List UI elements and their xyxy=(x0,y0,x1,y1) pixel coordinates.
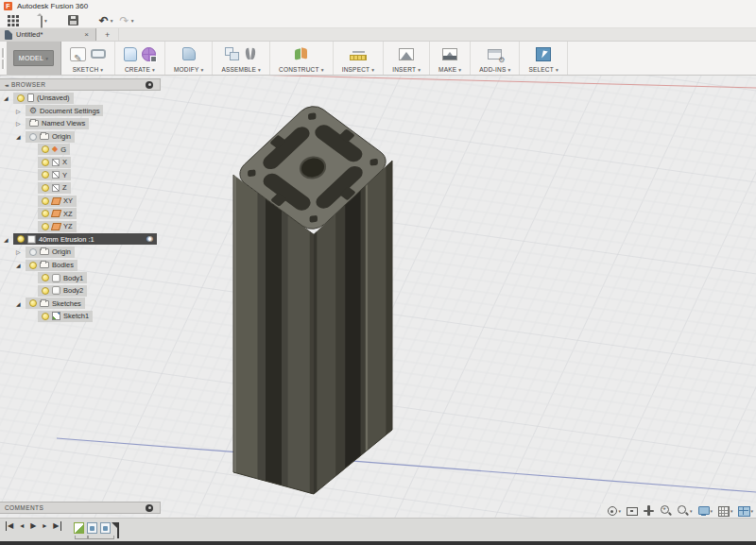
expander-icon[interactable] xyxy=(16,248,26,255)
visibility-bulb-icon[interactable] xyxy=(42,171,49,179)
save-button[interactable] xyxy=(68,15,78,26)
new-tab-button[interactable]: + xyxy=(96,28,119,41)
row-pill[interactable]: X xyxy=(38,157,71,168)
browser-row[interactable]: Origin xyxy=(0,130,161,144)
pan-button[interactable] xyxy=(643,504,655,517)
make-menu[interactable]: MAKE xyxy=(438,66,461,73)
create-box-icon[interactable] xyxy=(124,47,137,61)
joint-icon[interactable] xyxy=(244,47,257,60)
row-pill[interactable]: Z xyxy=(38,182,71,194)
create-form-icon[interactable] xyxy=(142,47,156,61)
expander-icon[interactable] xyxy=(16,133,26,140)
toolbar-grip[interactable] xyxy=(0,42,7,75)
browser-row[interactable]: Body1 xyxy=(0,271,161,284)
browser-row[interactable]: G xyxy=(0,143,161,156)
look-at-button[interactable] xyxy=(626,504,638,517)
expander-icon[interactable] xyxy=(4,236,13,243)
construct-menu[interactable]: CONSTRUCT xyxy=(279,66,324,73)
collapse-panel-icon[interactable]: ◂◂ xyxy=(5,82,8,88)
extrusion-model[interactable] xyxy=(233,101,392,494)
browser-panel-header[interactable]: ◂◂ BROWSER xyxy=(0,78,161,91)
zoom-button[interactable]: + xyxy=(660,504,672,517)
browser-row[interactable]: Z xyxy=(0,181,161,195)
new-component-icon[interactable] xyxy=(225,47,233,56)
visibility-bulb-icon[interactable] xyxy=(29,133,37,141)
comments-options-icon[interactable] xyxy=(146,504,153,512)
browser-row[interactable]: X xyxy=(0,156,161,169)
play-button[interactable] xyxy=(30,521,36,531)
timeline-playhead[interactable] xyxy=(117,522,119,538)
row-pill[interactable]: G xyxy=(38,144,70,155)
browser-row[interactable]: Sketch1 xyxy=(0,310,161,323)
row-pill[interactable]: Bodies xyxy=(26,260,77,271)
fit-button[interactable]: ▾ xyxy=(677,504,693,517)
row-pill[interactable]: Origin xyxy=(26,247,75,258)
create-menu[interactable]: CREATE xyxy=(125,66,155,73)
insert-image-icon[interactable] xyxy=(399,48,414,60)
visibility-bulb-icon[interactable] xyxy=(42,159,49,166)
activate-component-radio-icon[interactable] xyxy=(146,235,153,243)
insert-menu[interactable]: INSERT xyxy=(392,66,421,73)
visibility-bulb-icon[interactable] xyxy=(42,274,49,281)
row-pill[interactable]: XY xyxy=(38,196,77,207)
comments-panel-header[interactable]: COMMENTS xyxy=(0,502,161,514)
row-pill[interactable]: Y xyxy=(38,169,71,180)
browser-row[interactable]: Y xyxy=(0,169,161,182)
browser-row[interactable]: Document Settings xyxy=(0,105,161,118)
row-pill[interactable]: Origin xyxy=(26,131,75,143)
row-pill[interactable]: Body2 xyxy=(38,285,87,297)
visibility-bulb-icon[interactable] xyxy=(42,313,49,320)
row-pill[interactable]: Document Settings xyxy=(26,105,103,116)
step-forward-button[interactable] xyxy=(43,521,46,531)
visibility-bulb-icon[interactable] xyxy=(42,210,49,217)
construction-plane-icon[interactable] xyxy=(294,47,309,60)
grid-and-snaps-button[interactable]: ▾ xyxy=(717,504,733,517)
visibility-bulb-icon[interactable] xyxy=(42,184,49,192)
sketch-rectangle-icon[interactable] xyxy=(91,49,106,59)
row-pill[interactable]: Sketch1 xyxy=(38,311,93,322)
timeline-extrude-feature-icon[interactable] xyxy=(100,522,111,534)
browser-row[interactable]: Bodies xyxy=(0,259,161,272)
browser-row[interactable]: YZ xyxy=(0,220,161,233)
visibility-bulb-icon[interactable] xyxy=(42,197,49,205)
row-pill[interactable]: YZ xyxy=(38,221,77,232)
expander-icon[interactable] xyxy=(16,108,26,114)
browser-row[interactable]: 40mm Etrusion :1 xyxy=(0,233,161,247)
browser-row[interactable]: XY xyxy=(0,195,161,208)
modify-menu[interactable]: MODIFY xyxy=(174,66,203,73)
inspect-menu[interactable]: INSPECT xyxy=(342,66,375,73)
app-grid-menu-icon[interactable] xyxy=(8,15,10,18)
browser-row[interactable]: Origin xyxy=(0,246,161,259)
browser-row[interactable]: Named Views xyxy=(0,117,161,130)
document-tab[interactable]: Untitled* × xyxy=(0,28,96,41)
measure-icon[interactable] xyxy=(350,55,367,60)
row-pill[interactable]: Named Views xyxy=(26,118,89,129)
display-settings-button[interactable]: ▾ xyxy=(697,504,713,517)
assemble-menu[interactable]: ASSEMBLE xyxy=(221,66,261,73)
undo-button[interactable]: ↶ xyxy=(99,11,113,28)
visibility-bulb-icon[interactable] xyxy=(42,287,49,295)
timeline-extrude-feature-icon[interactable] xyxy=(87,522,97,534)
orbit-button[interactable]: ▾ xyxy=(606,504,622,517)
workspace-dropdown[interactable]: MODEL xyxy=(13,50,54,66)
expander-icon[interactable] xyxy=(16,262,26,268)
visibility-bulb-icon[interactable] xyxy=(17,94,25,102)
redo-button[interactable]: ↷ xyxy=(120,11,134,28)
addins-menu[interactable]: ADD-INS xyxy=(479,66,510,73)
go-to-end-button[interactable] xyxy=(53,521,60,531)
visibility-bulb-icon[interactable] xyxy=(42,223,49,230)
browser-options-icon[interactable] xyxy=(146,81,153,89)
step-back-button[interactable] xyxy=(20,521,24,531)
sketch-menu[interactable]: SKETCH xyxy=(73,66,104,73)
visibility-bulb-icon[interactable] xyxy=(29,299,37,307)
go-to-start-button[interactable] xyxy=(6,521,13,531)
select-menu[interactable]: SELECT xyxy=(528,66,558,73)
3d-print-icon[interactable] xyxy=(442,48,457,60)
scripts-addins-icon[interactable] xyxy=(488,49,502,60)
expander-icon[interactable] xyxy=(16,300,26,307)
visibility-bulb-icon[interactable] xyxy=(29,262,37,269)
visibility-bulb-icon[interactable] xyxy=(17,235,25,243)
browser-row[interactable]: Sketches xyxy=(0,298,161,311)
row-pill[interactable]: Sketches xyxy=(26,298,85,309)
row-pill[interactable]: (Unsaved) xyxy=(13,93,74,104)
